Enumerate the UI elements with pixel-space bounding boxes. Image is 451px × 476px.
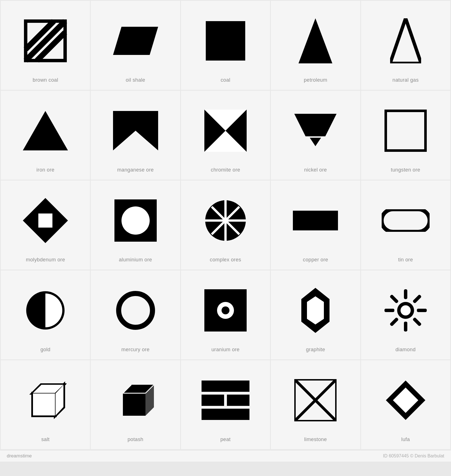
cell-uranium-ore: uranium ore (181, 270, 270, 359)
cell-mercury-ore: mercury ore (91, 270, 180, 359)
label-potash: potash (127, 437, 143, 442)
icon-chromite-ore (187, 99, 264, 162)
svg-point-35 (401, 305, 411, 315)
icon-peat (187, 369, 264, 431)
icon-natural-gas (367, 9, 445, 72)
icon-tungsten-ore (367, 99, 445, 162)
svg-marker-4 (113, 27, 158, 55)
svg-rect-60 (202, 395, 224, 406)
label-lufa: lufa (401, 437, 410, 442)
cell-aluminium-ore: aluminium ore (91, 181, 180, 270)
svg-marker-7 (390, 18, 421, 63)
cell-coal: coal (181, 1, 270, 90)
cell-tin-ore: tin ore (361, 181, 450, 270)
svg-point-19 (121, 206, 150, 235)
svg-rect-42 (412, 317, 422, 326)
svg-rect-25 (293, 211, 338, 230)
svg-rect-43 (404, 322, 407, 332)
svg-marker-8 (23, 111, 68, 150)
label-tungsten-ore: tungsten ore (391, 167, 420, 173)
svg-rect-41 (417, 309, 427, 312)
svg-rect-26 (382, 209, 430, 232)
cell-natural-gas: natural gas (361, 1, 450, 90)
cell-complex-ores: complex ores (181, 181, 270, 270)
label-gold: gold (40, 347, 50, 353)
svg-rect-46 (390, 294, 399, 303)
label-oil-shale: oil shale (126, 77, 145, 83)
cell-nickel-ore: nickel ore (271, 91, 360, 180)
label-limestone: limestone (304, 437, 327, 442)
cell-tungsten-ore: tungsten ore (361, 91, 450, 180)
label-brown-coal: brown coal (33, 77, 58, 83)
label-chromite-ore: chromite ore (211, 167, 240, 173)
svg-rect-45 (384, 309, 394, 312)
icon-manganese-ore (96, 99, 174, 162)
cell-manganese-ore: manganese ore (91, 91, 180, 180)
label-complex-ores: complex ores (210, 257, 241, 263)
svg-rect-40 (412, 294, 422, 303)
icon-graphite (277, 279, 354, 342)
icon-lufa (367, 369, 445, 431)
icon-potash (96, 369, 174, 431)
svg-marker-53 (123, 393, 145, 416)
label-tin-ore: tin ore (398, 257, 413, 263)
label-iron-ore: iron ore (36, 167, 54, 173)
cell-gold: gold (1, 270, 90, 359)
icon-brown-coal (6, 9, 84, 72)
svg-point-28 (119, 293, 152, 327)
cell-peat: peat (181, 360, 270, 449)
icon-oil-shale (96, 9, 174, 72)
cell-chromite-ore: chromite ore (181, 91, 270, 180)
cell-iron-ore: iron ore (1, 91, 90, 180)
label-salt: salt (41, 437, 49, 442)
svg-rect-62 (202, 409, 249, 420)
cell-graphite: graphite (271, 270, 360, 359)
label-coal: coal (221, 77, 230, 83)
svg-point-31 (222, 306, 229, 314)
label-natural-gas: natural gas (392, 77, 419, 83)
svg-marker-9 (113, 111, 158, 150)
icon-iron-ore (6, 99, 84, 162)
svg-rect-44 (390, 317, 399, 326)
icon-gold (6, 279, 84, 342)
cell-oil-shale: oil shale (91, 1, 180, 90)
label-manganese-ore: manganese ore (117, 167, 154, 173)
icon-salt (6, 369, 84, 431)
label-mercury-ore: mercury ore (121, 347, 150, 353)
icon-molybdenum-ore (6, 189, 84, 252)
label-copper-ore: copper ore (303, 257, 328, 263)
svg-marker-50 (33, 393, 55, 415)
svg-rect-61 (227, 395, 249, 406)
icon-petroleum (277, 9, 354, 72)
svg-rect-36 (404, 289, 407, 299)
mineral-symbols-grid: brown coal oil shale coal petroleum (0, 0, 451, 450)
svg-marker-13 (294, 114, 337, 136)
icon-diamond (367, 279, 445, 342)
cell-salt: salt (1, 360, 90, 449)
watermark-dreamstime: dreamstime (7, 453, 32, 459)
svg-rect-15 (384, 110, 427, 152)
label-petroleum: petroleum (304, 77, 327, 83)
icon-aluminium-ore (96, 189, 174, 252)
icon-tin-ore (367, 189, 445, 252)
label-peat: peat (220, 437, 231, 442)
icon-limestone (277, 369, 354, 431)
cell-copper-ore: copper ore (271, 181, 360, 270)
icon-nickel-ore (277, 99, 354, 162)
cell-molybdenum-ore: molybdenum ore (1, 181, 90, 270)
icon-coal (187, 9, 264, 72)
watermark-bar: dreamstime ID 60597445 © Denis Barbulat (0, 450, 451, 462)
cell-limestone: limestone (271, 360, 360, 449)
label-nickel-ore: nickel ore (304, 167, 327, 173)
svg-rect-59 (202, 381, 249, 392)
svg-marker-33 (307, 296, 324, 324)
label-molybdenum-ore: molybdenum ore (26, 257, 65, 263)
label-graphite: graphite (306, 347, 325, 353)
icon-uranium-ore (187, 279, 264, 342)
icon-copper-ore (277, 189, 354, 252)
cell-diamond: diamond (361, 270, 450, 359)
svg-marker-14 (310, 138, 321, 146)
label-aluminium-ore: aluminium ore (119, 257, 152, 263)
label-uranium-ore: uranium ore (211, 347, 240, 353)
cell-petroleum: petroleum (271, 1, 360, 90)
